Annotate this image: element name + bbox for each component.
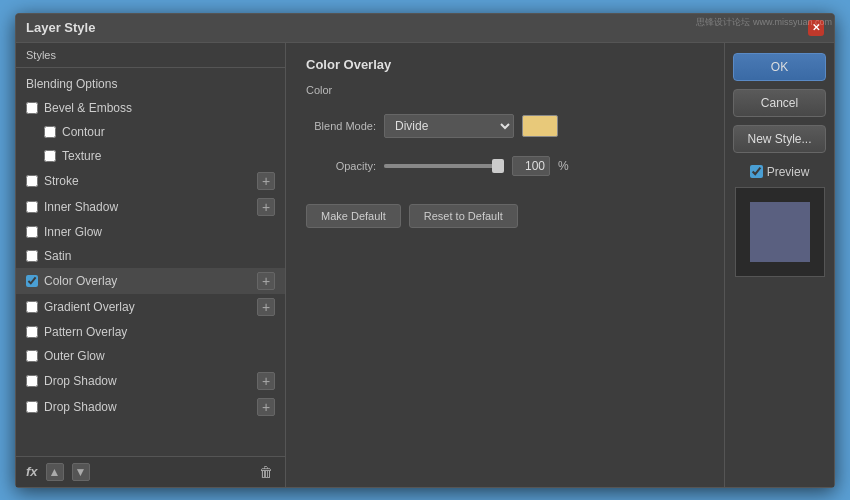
blend-mode-select[interactable]: NormalDissolveDarkenMultiplyColor BurnLi… <box>384 114 514 138</box>
checkbox-inner-shadow[interactable] <box>26 201 38 213</box>
style-item-blending-options[interactable]: Blending Options <box>16 72 285 96</box>
style-item-inner-shadow[interactable]: Inner Shadow+ <box>16 194 285 220</box>
style-item-bevel-emboss[interactable]: Bevel & Emboss <box>16 96 285 120</box>
delete-button[interactable]: 🗑 <box>257 463 275 481</box>
style-item-label: Blending Options <box>26 77 275 91</box>
opacity-row: Opacity: % <box>306 156 704 176</box>
percent-label: % <box>558 159 569 173</box>
opacity-label: Opacity: <box>306 160 376 172</box>
style-item-pattern-overlay[interactable]: Pattern Overlay <box>16 320 285 344</box>
style-item-label: Color Overlay <box>44 274 253 288</box>
style-item-label: Drop Shadow <box>44 400 253 414</box>
cancel-button[interactable]: Cancel <box>733 89 826 117</box>
checkbox-gradient-overlay[interactable] <box>26 301 38 313</box>
style-item-drop-shadow-2[interactable]: Drop Shadow+ <box>16 394 285 420</box>
style-item-label: Inner Shadow <box>44 200 253 214</box>
add-btn-drop-shadow-1[interactable]: + <box>257 372 275 390</box>
style-item-stroke[interactable]: Stroke+ <box>16 168 285 194</box>
opacity-slider-fill <box>384 164 504 168</box>
add-btn-color-overlay[interactable]: + <box>257 272 275 290</box>
style-item-label: Satin <box>44 249 275 263</box>
add-btn-drop-shadow-2[interactable]: + <box>257 398 275 416</box>
style-item-drop-shadow-1[interactable]: Drop Shadow+ <box>16 368 285 394</box>
style-item-gradient-overlay[interactable]: Gradient Overlay+ <box>16 294 285 320</box>
checkbox-color-overlay[interactable] <box>26 275 38 287</box>
style-item-label: Inner Glow <box>44 225 275 239</box>
checkbox-drop-shadow-2[interactable] <box>26 401 38 413</box>
style-item-inner-glow[interactable]: Inner Glow <box>16 220 285 244</box>
opacity-slider-thumb[interactable] <box>492 159 504 173</box>
style-item-contour[interactable]: Contour <box>16 120 285 144</box>
style-item-color-overlay[interactable]: Color Overlay+ <box>16 268 285 294</box>
buttons-row: Make Default Reset to Default <box>306 204 704 228</box>
dialog-body: Styles Blending OptionsBevel & EmbossCon… <box>16 43 834 487</box>
add-btn-gradient-overlay[interactable]: + <box>257 298 275 316</box>
checkbox-texture[interactable] <box>44 150 56 162</box>
dialog-title: Layer Style <box>26 20 95 35</box>
preview-section: Preview <box>733 165 826 277</box>
checkbox-inner-glow[interactable] <box>26 226 38 238</box>
panel-title: Color Overlay <box>306 57 704 72</box>
style-item-label: Drop Shadow <box>44 374 253 388</box>
layer-style-dialog: Layer Style ✕ Styles Blending OptionsBev… <box>15 13 835 488</box>
style-item-label: Texture <box>62 149 275 163</box>
preview-label[interactable]: Preview <box>767 165 810 179</box>
middle-panel: Color Overlay Color Blend Mode: NormalDi… <box>286 43 724 487</box>
reset-to-default-button[interactable]: Reset to Default <box>409 204 518 228</box>
panel-subtitle: Color <box>306 84 704 96</box>
preview-checkbox-row: Preview <box>750 165 810 179</box>
checkbox-drop-shadow-1[interactable] <box>26 375 38 387</box>
checkbox-outer-glow[interactable] <box>26 350 38 362</box>
style-item-label: Bevel & Emboss <box>44 101 275 115</box>
style-item-label: Gradient Overlay <box>44 300 253 314</box>
preview-inner <box>750 202 810 262</box>
ok-button[interactable]: OK <box>733 53 826 81</box>
style-item-label: Outer Glow <box>44 349 275 363</box>
up-button[interactable]: ▲ <box>46 463 64 481</box>
blend-mode-row: Blend Mode: NormalDissolveDarkenMultiply… <box>306 114 704 138</box>
styles-list[interactable]: Blending OptionsBevel & EmbossContourTex… <box>16 68 285 456</box>
checkbox-stroke[interactable] <box>26 175 38 187</box>
left-footer: fx ▲ ▼ 🗑 <box>16 456 285 487</box>
checkbox-pattern-overlay[interactable] <box>26 326 38 338</box>
style-item-texture[interactable]: Texture <box>16 144 285 168</box>
opacity-input[interactable] <box>512 156 550 176</box>
right-panel: OK Cancel New Style... Preview <box>724 43 834 487</box>
style-item-outer-glow[interactable]: Outer Glow <box>16 344 285 368</box>
add-btn-inner-shadow[interactable]: + <box>257 198 275 216</box>
preview-box <box>735 187 825 277</box>
opacity-slider[interactable] <box>384 164 504 168</box>
checkbox-satin[interactable] <box>26 250 38 262</box>
style-item-label: Contour <box>62 125 275 139</box>
color-swatch[interactable] <box>522 115 558 137</box>
add-btn-stroke[interactable]: + <box>257 172 275 190</box>
style-item-label: Pattern Overlay <box>44 325 275 339</box>
down-button[interactable]: ▼ <box>72 463 90 481</box>
new-style-button[interactable]: New Style... <box>733 125 826 153</box>
fx-label: fx <box>26 464 38 479</box>
style-item-satin[interactable]: Satin <box>16 244 285 268</box>
checkbox-contour[interactable] <box>44 126 56 138</box>
style-item-label: Stroke <box>44 174 253 188</box>
styles-header: Styles <box>16 43 285 68</box>
make-default-button[interactable]: Make Default <box>306 204 401 228</box>
blend-mode-label: Blend Mode: <box>306 120 376 132</box>
checkbox-bevel-emboss[interactable] <box>26 102 38 114</box>
left-panel: Styles Blending OptionsBevel & EmbossCon… <box>16 43 286 487</box>
preview-checkbox[interactable] <box>750 165 763 178</box>
watermark: 思锋设计论坛 www.missyuan.com <box>696 16 832 29</box>
